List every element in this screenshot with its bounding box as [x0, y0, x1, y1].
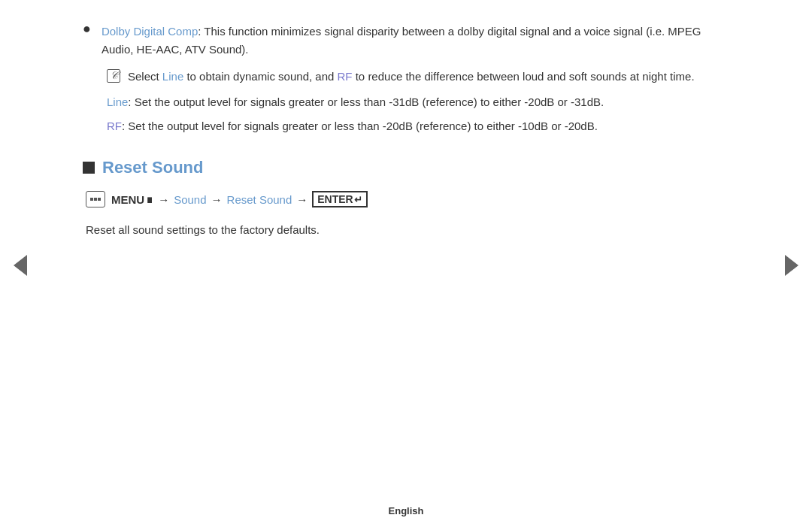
menu-arrow-1: →	[158, 193, 169, 206]
note-rf-link[interactable]: RF	[338, 70, 353, 83]
rf-label: RF	[107, 120, 122, 132]
note-text: Select Line to obtain dynamic sound, and…	[128, 68, 695, 86]
line-label: Line	[107, 95, 128, 108]
rf-definition: RF: Set the output level for signals gre…	[107, 117, 729, 135]
section-header: Reset Sound	[83, 158, 729, 177]
line-def-text: : Set the output level for signals great…	[128, 95, 604, 108]
nav-arrow-right[interactable]	[785, 255, 798, 276]
note-prefix: Select	[128, 70, 162, 83]
bullet-dot: ●	[83, 21, 91, 37]
enter-label: ENTER	[317, 193, 353, 205]
note-line-link[interactable]: Line	[162, 70, 183, 83]
note-suffix: to reduce the difference between loud an…	[353, 70, 695, 83]
content-area: ● Dolby Digital Comp: This function mini…	[83, 23, 729, 239]
divider: Reset Sound MENU ∎ → Sound → Reset Sou	[83, 158, 729, 239]
menu-arrow-2: →	[211, 193, 223, 206]
menu-sq-2	[94, 198, 97, 201]
menu-step-2: Reset Sound	[227, 193, 292, 206]
enter-return-icon: ↵	[354, 194, 362, 205]
bullet-text-dolby: Dolby Digital Comp: This function minimi…	[102, 23, 729, 59]
note-mid: to obtain dynamic sound, and	[183, 70, 337, 83]
menu-step-1: Sound	[174, 193, 206, 206]
note-icon: 𝒞	[107, 69, 120, 83]
page-container: ● Dolby Digital Comp: This function mini…	[0, 0, 812, 530]
menu-symbol: ∎	[146, 192, 153, 206]
menu-arrow-3: →	[296, 193, 308, 206]
section-square-icon	[83, 162, 95, 174]
menu-path: MENU ∎ → Sound → Reset Sound → ENTER↵	[86, 191, 729, 207]
menu-sq-1	[90, 198, 93, 201]
menu-icon	[86, 191, 105, 207]
enter-button: ENTER↵	[312, 191, 367, 207]
menu-sq-3	[98, 198, 101, 201]
rf-def-text: : Set the output level for signals great…	[122, 120, 598, 132]
bullet-item-dolby: ● Dolby Digital Comp: This function mini…	[83, 23, 729, 59]
dolby-link[interactable]: Dolby Digital Comp	[102, 25, 198, 38]
bullet-section: ● Dolby Digital Comp: This function mini…	[83, 23, 729, 135]
reset-description: Reset all sound settings to the factory …	[86, 221, 729, 239]
note-item: 𝒞 Select Line to obtain dynamic sound, a…	[107, 68, 729, 86]
nav-arrow-left[interactable]	[14, 255, 27, 276]
menu-squares	[90, 198, 101, 201]
line-definition: Line: Set the output level for signals g…	[107, 93, 729, 111]
menu-label: MENU	[111, 193, 144, 206]
footer-language: English	[389, 505, 424, 516]
section-title: Reset Sound	[102, 158, 203, 177]
